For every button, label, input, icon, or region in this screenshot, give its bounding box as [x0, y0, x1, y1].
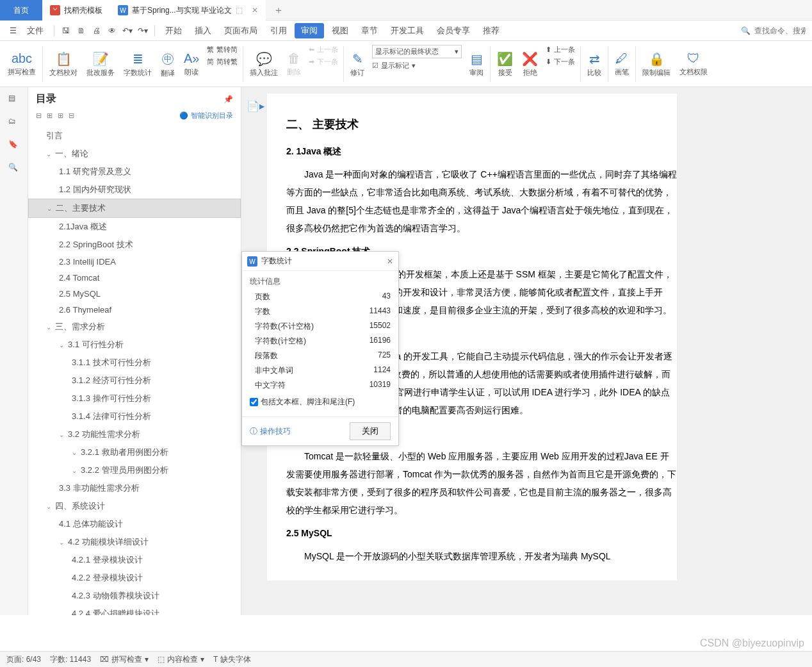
next-comment-button[interactable]: ➡下一条 [309, 57, 338, 67]
tree-item[interactable]: ⌄三、需求分析 [28, 318, 241, 336]
compare-button[interactable]: ⇄比较 [583, 44, 605, 85]
prev-change-button[interactable]: ⬆上一条 [546, 45, 575, 54]
smart-outline-button[interactable]: 🔵智能识别目录 [179, 111, 233, 120]
file-menu[interactable]: 文件 [22, 25, 49, 37]
wordcount-button[interactable]: ≣字数统计 [120, 44, 156, 85]
font-status[interactable]: T 缺失字体 [213, 654, 251, 665]
checkbox-input[interactable] [250, 398, 258, 406]
bookmark-icon[interactable]: 🔖 [8, 140, 20, 151]
word-status[interactable]: 字数: 11443 [50, 654, 91, 665]
tree-item[interactable]: ⌄一、绪论 [28, 145, 241, 163]
heading-main: 二、 主要技术 [286, 113, 677, 136]
menu-view[interactable]: 视图 [327, 25, 353, 37]
menu-start[interactable]: 开始 [160, 25, 187, 37]
conv-trad-button[interactable]: 繁繁转简 [207, 45, 238, 54]
tree-item[interactable]: 4.2.4 爱心捐赠模块设计 [28, 605, 241, 615]
search-input[interactable] [754, 26, 806, 35]
tree-item[interactable]: ⌄3.1 可行性分析 [28, 336, 241, 354]
search-icon[interactable]: 🔍 [8, 163, 20, 174]
permission-button[interactable]: 🛡文档权限 [676, 44, 711, 85]
tree-item[interactable]: 2.2 SpringBoot 技术 [28, 236, 241, 254]
display-mode-select[interactable]: 显示标记的最终状态▾ [372, 45, 462, 58]
collapse-icon[interactable]: ⊟ [36, 111, 42, 120]
menu-refs[interactable]: 引用 [265, 25, 292, 37]
close-icon[interactable]: ✕ [387, 257, 393, 266]
outline-tree[interactable]: 引言⌄一、绪论1.1 研究背景及意义1.2 国内外研究现状⌄二、主要技术2.1J… [28, 124, 241, 615]
tree-item[interactable]: 3.3 非功能性需求分析 [28, 479, 241, 497]
tree-item[interactable]: ⌄3.2.2 管理员用例图分析 [28, 461, 241, 479]
outline-icon[interactable]: ▤ [8, 94, 20, 105]
tree-item[interactable]: 2.6 Thymeleaf [28, 302, 241, 318]
menu-insert[interactable]: 插入 [190, 25, 216, 37]
tab-home[interactable]: 首页 [0, 0, 42, 21]
tree-item[interactable]: 3.1.3 操作可行性分析 [28, 390, 241, 408]
tree-item[interactable]: ⌄4.2 功能模块详细设计 [28, 533, 241, 551]
brush-button[interactable]: 🖊画笔 [611, 44, 633, 85]
saveas-icon[interactable]: 🗎 [75, 24, 88, 37]
tab-add[interactable]: ＋ [266, 0, 291, 21]
expand-icon[interactable]: ⊞ [47, 111, 53, 120]
doccheck-button[interactable]: 📋文档校对 [45, 44, 81, 85]
tree-item[interactable]: ⌄3.2 功能性需求分析 [28, 425, 241, 443]
preview-icon[interactable]: 👁 [106, 24, 118, 37]
tree-item[interactable]: 2.4 Tomcat [28, 270, 241, 286]
insert-comment-button[interactable]: 💬插入批注 [246, 44, 282, 85]
print-icon[interactable]: 🖨 [90, 24, 103, 37]
tree-item[interactable]: 2.1Java 概述 [28, 218, 241, 236]
tree-item[interactable]: ⌄四、系统设计 [28, 497, 241, 515]
tab-template[interactable]: 找稻壳模板 [42, 0, 110, 21]
next-change-button[interactable]: ⬇下一条 [546, 57, 575, 67]
tree-item[interactable]: 引言 [28, 127, 241, 145]
spell-status[interactable]: ⌧ 拼写检查 ▾ [100, 654, 149, 665]
tree-item[interactable]: 1.2 国内外研究现状 [28, 181, 241, 199]
hamburger-icon[interactable]: ☰ [6, 24, 19, 37]
tree-item[interactable]: ⌄3.2.1 救助者用例图分析 [28, 443, 241, 461]
menu-member[interactable]: 会员专享 [432, 25, 475, 37]
tab-document[interactable]: W 基于Spring...与实现 毕业论文 ⬚ ✕ [110, 0, 266, 21]
tree-item[interactable]: 3.1.1 技术可行性分析 [28, 354, 241, 372]
include-checkbox[interactable]: 包括文本框、脚注和尾注(F) [250, 393, 391, 411]
accept-button[interactable]: ✅接受 [493, 44, 517, 85]
close-icon[interactable]: ✕ [252, 6, 258, 15]
collapse-all-icon[interactable]: ⊟ [69, 111, 74, 120]
close-button[interactable]: 关闭 [350, 422, 391, 440]
spellcheck-button[interactable]: abc拼写检查 [4, 44, 40, 85]
page-status[interactable]: 页面: 6/43 [6, 654, 41, 665]
restrict-button[interactable]: 🔒限制编辑 [638, 44, 674, 85]
tree-item[interactable]: 4.2.3 动物领养模块设计 [28, 587, 241, 605]
tree-item[interactable]: 3.1.4 法律可行性分析 [28, 408, 241, 425]
tip-link[interactable]: ⓘ操作技巧 [250, 426, 291, 437]
redo-icon[interactable]: ↷▾ [136, 24, 149, 37]
search-box[interactable]: 🔍 [741, 26, 806, 35]
menu-layout[interactable]: 页面布局 [219, 25, 263, 37]
compare-icon: ⇄ [589, 51, 600, 67]
tree-item[interactable]: 3.1.2 经济可行性分析 [28, 372, 241, 390]
undo-icon[interactable]: ↶▾ [121, 24, 134, 37]
tree-item[interactable]: 2.5 MySQL [28, 286, 241, 302]
nav-icon[interactable]: 🗂 [8, 117, 20, 128]
tree-item[interactable]: 2.3 Intellij IDEA [28, 254, 241, 270]
menu-chapter[interactable]: 章节 [356, 25, 383, 37]
menu-recommend[interactable]: 推荐 [478, 25, 505, 37]
tree-item[interactable]: 4.1 总体功能设计 [28, 515, 241, 533]
conv-simp-button[interactable]: 简简转繁 [207, 57, 238, 67]
expand-all-icon[interactable]: ⊞ [58, 111, 63, 120]
tree-item[interactable]: ⌄二、主要技术 [28, 199, 241, 218]
reject-button[interactable]: ❌拒绝 [518, 44, 542, 85]
unpin-icon[interactable]: 📌 [223, 95, 233, 104]
save-icon[interactable]: 🖫 [60, 24, 72, 37]
delete-button[interactable]: 🗑删除 [283, 44, 305, 85]
approve-button[interactable]: 📝批改服务 [83, 44, 118, 85]
read-button[interactable]: A»朗读 [180, 44, 203, 85]
tree-item[interactable]: 1.1 研究背景及意义 [28, 163, 241, 181]
revise-button[interactable]: ✎修订 [346, 44, 368, 85]
menu-review[interactable]: 审阅 [295, 23, 324, 38]
show-mark-button[interactable]: ☑显示标记▾ [372, 61, 462, 70]
tree-item[interactable]: 4.2.1 登录模块设计 [28, 551, 241, 569]
review-pane-button[interactable]: ▤审阅 [466, 44, 487, 85]
content-status[interactable]: ⬚ 内容检查 ▾ [158, 654, 204, 665]
translate-button[interactable]: ㊥翻译 [157, 44, 179, 85]
prev-comment-button[interactable]: ⬅上一条 [309, 45, 338, 54]
tree-item[interactable]: 4.2.2 登录模块设计 [28, 569, 241, 587]
menu-dev[interactable]: 开发工具 [386, 25, 429, 37]
